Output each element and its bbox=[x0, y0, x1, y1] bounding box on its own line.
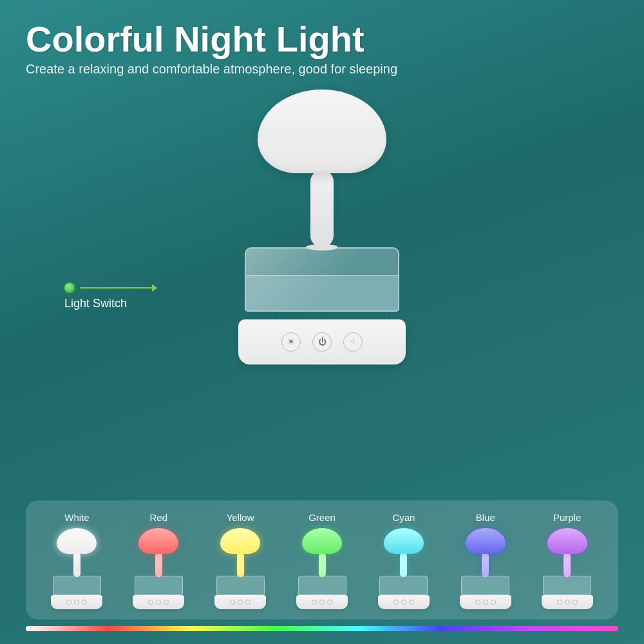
variant-label-yellow: Yellow bbox=[227, 512, 254, 523]
mini-btn-light-yellow bbox=[230, 600, 235, 605]
color-variant-yellow[interactable]: Yellow bbox=[202, 512, 279, 609]
mini-glass-red bbox=[135, 576, 183, 595]
mini-base-red bbox=[133, 595, 184, 609]
light-switch-annotation: Light Switch bbox=[64, 283, 157, 293]
mini-stem-blue bbox=[482, 553, 489, 577]
mini-stem-cyan bbox=[400, 553, 407, 577]
mini-btn-power-purple bbox=[565, 600, 570, 605]
mini-btn-mist-blue bbox=[491, 600, 496, 605]
mini-cap-blue bbox=[466, 528, 506, 554]
light-control-button[interactable]: ☀ bbox=[281, 332, 301, 352]
mini-stem-purple bbox=[564, 553, 571, 577]
mini-humidifier-purple bbox=[542, 528, 593, 609]
base-vent bbox=[245, 312, 399, 319]
page-subtitle: Create a relaxing and comfortable atmosp… bbox=[26, 62, 618, 77]
mini-base-blue bbox=[460, 595, 511, 609]
mini-cap-white bbox=[57, 528, 97, 554]
mini-btn-power-yellow bbox=[238, 600, 243, 605]
mist-control-button[interactable]: ⁖ bbox=[343, 332, 363, 352]
mini-btn-power-cyan bbox=[401, 600, 406, 605]
main-humidifier: ☀ ⏻ ⁖ bbox=[238, 90, 406, 365]
mini-glass-yellow bbox=[216, 576, 265, 595]
color-variant-red[interactable]: Red bbox=[120, 512, 197, 609]
header-section: Colorful Night Light Create a relaxing a… bbox=[26, 19, 618, 77]
power-control-button[interactable]: ⏻ bbox=[312, 332, 332, 352]
mini-cap-yellow bbox=[220, 528, 260, 554]
glass-bowl-main bbox=[245, 247, 399, 312]
mini-cap-green bbox=[302, 528, 342, 554]
color-variant-purple[interactable]: Purple bbox=[529, 512, 605, 609]
mini-humidifier-green bbox=[296, 528, 348, 609]
mini-btn-mist-yellow bbox=[245, 600, 251, 605]
mini-humidifier-cyan bbox=[378, 528, 430, 609]
green-indicator-dot bbox=[64, 283, 75, 293]
mini-btn-power-green bbox=[319, 600, 325, 605]
mini-btn-mist-cyan bbox=[409, 600, 414, 605]
mini-glass-purple bbox=[543, 576, 591, 595]
mini-humidifier-blue bbox=[460, 528, 511, 609]
mini-btn-light-cyan bbox=[393, 600, 399, 605]
mini-stem-yellow bbox=[237, 553, 244, 577]
mini-btn-light-red bbox=[148, 600, 153, 605]
mini-btn-mist-purple bbox=[573, 600, 578, 605]
mini-stem-green bbox=[319, 553, 326, 577]
mini-base-yellow bbox=[214, 595, 266, 609]
mini-glass-cyan bbox=[379, 576, 428, 595]
mini-stem-red bbox=[155, 553, 162, 577]
mini-btn-mist-white bbox=[82, 600, 87, 605]
main-product-area: Light Switch ☀ ⏻ ⁖ bbox=[26, 83, 618, 495]
color-variant-green[interactable]: Green bbox=[284, 512, 361, 609]
mini-cap-purple bbox=[547, 528, 587, 554]
mini-btn-light-purple bbox=[557, 600, 562, 605]
mini-btn-power-red bbox=[156, 600, 161, 605]
mushroom-cap-main bbox=[258, 90, 386, 173]
mini-btn-mist-red bbox=[164, 600, 169, 605]
color-variant-white[interactable]: White bbox=[39, 512, 115, 609]
color-variant-cyan[interactable]: Cyan bbox=[365, 512, 442, 609]
page-title: Colorful Night Light bbox=[26, 19, 618, 59]
mini-base-green bbox=[296, 595, 348, 609]
annotation-arrow bbox=[80, 287, 157, 289]
mini-base-white bbox=[51, 595, 102, 609]
mini-btn-power-blue bbox=[483, 600, 488, 605]
mini-btn-power-white bbox=[74, 600, 79, 605]
mini-base-cyan bbox=[378, 595, 430, 609]
mini-btn-light-blue bbox=[475, 600, 480, 605]
mini-btn-light-green bbox=[312, 600, 317, 605]
variant-label-green: Green bbox=[308, 512, 336, 523]
light-switch-label: Light Switch bbox=[64, 297, 127, 310]
mini-humidifier-red bbox=[133, 528, 184, 609]
variant-label-purple: Purple bbox=[553, 512, 581, 523]
variant-label-red: Red bbox=[150, 512, 168, 523]
mini-stem-white bbox=[73, 553, 80, 577]
mini-cap-red bbox=[138, 528, 178, 554]
mini-glass-blue bbox=[461, 576, 509, 595]
white-base-main: ☀ ⏻ ⁖ bbox=[238, 319, 406, 365]
color-variants-section: White Red bbox=[26, 500, 618, 620]
mini-glass-white bbox=[53, 576, 101, 595]
mushroom-stem-main bbox=[310, 170, 334, 247]
mini-base-purple bbox=[542, 595, 593, 609]
mini-cap-cyan bbox=[384, 528, 424, 554]
page: Colorful Night Light Create a relaxing a… bbox=[0, 0, 644, 644]
mini-glass-green bbox=[298, 576, 346, 595]
variant-label-blue: Blue bbox=[476, 512, 495, 523]
rainbow-bar bbox=[26, 626, 618, 631]
mini-humidifier-yellow bbox=[214, 528, 266, 609]
color-variant-blue[interactable]: Blue bbox=[447, 512, 524, 609]
mini-btn-mist-green bbox=[327, 600, 332, 605]
water-level bbox=[246, 275, 398, 310]
mini-btn-light-white bbox=[66, 600, 71, 605]
variant-label-cyan: Cyan bbox=[392, 512, 415, 523]
mini-humidifier-white bbox=[51, 528, 102, 609]
variant-label-white: White bbox=[64, 512, 89, 523]
